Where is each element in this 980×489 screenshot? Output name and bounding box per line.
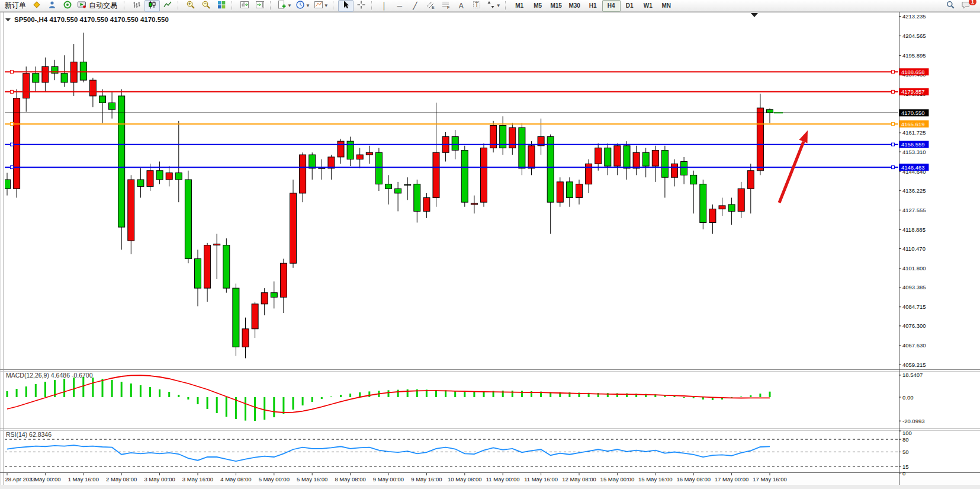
date-tick: 1 May 00:00 <box>30 476 60 482</box>
timeframe-m15-button[interactable]: M15 <box>547 0 565 12</box>
hline-handle[interactable] <box>11 123 14 126</box>
chart-window: 4213.2354204.5654195.8954187.4804178.810… <box>0 12 980 489</box>
price-tick: 4067.630 <box>902 342 926 349</box>
date-tick: 2 May 08:00 <box>106 476 137 482</box>
svg-text:F: F <box>447 5 449 9</box>
toolbar-separator <box>232 1 234 10</box>
period-clock-button[interactable]: ▼ <box>294 0 312 12</box>
price-tick: 4093.385 <box>902 284 926 290</box>
ticks-icon <box>63 0 72 11</box>
autotrading-label: 自动交易 <box>86 1 120 11</box>
price-tag-label: 4170.550 <box>901 110 925 116</box>
price-tick: 4161.725 <box>902 129 926 136</box>
zoom-in-button[interactable] <box>183 0 198 12</box>
template-chart-button[interactable]: ▼ <box>312 0 330 12</box>
hline-handle[interactable] <box>11 143 14 146</box>
hline-handle[interactable] <box>892 90 895 93</box>
candles-chart-button[interactable] <box>144 0 160 12</box>
crosshair-button[interactable] <box>354 0 369 12</box>
timeframe-m30-button[interactable]: M30 <box>565 0 584 12</box>
mql5-community-button[interactable] <box>44 0 60 12</box>
toolbar-separator <box>270 1 273 10</box>
hline-handle[interactable] <box>892 71 895 73</box>
price-tick: 4059.215 <box>902 362 926 368</box>
toolbar-separator <box>333 1 336 10</box>
svg-text:-20.0993: -20.0993 <box>902 418 925 424</box>
trendline-icon[interactable]: ╱ <box>407 0 423 12</box>
price-tick: 4084.715 <box>902 303 926 310</box>
date-tick: 3 May 16:00 <box>182 476 213 482</box>
hline-handle[interactable] <box>11 71 14 73</box>
timeframe-mn-button[interactable]: MN <box>657 0 676 12</box>
price-tick: 4153.310 <box>902 149 926 155</box>
hline-handle[interactable] <box>892 166 895 169</box>
chart-shift-icon <box>240 0 249 11</box>
search-button[interactable] <box>943 0 958 12</box>
hline-handle[interactable] <box>11 166 14 169</box>
yellow-tag-icon <box>32 0 41 11</box>
new-order-button[interactable]: 新订单 <box>2 0 29 12</box>
cursor-icon <box>341 0 351 11</box>
price-tick: 4118.885 <box>902 226 926 233</box>
text-icon[interactable]: A <box>454 0 469 12</box>
date-tick: 5 May 00:00 <box>259 476 290 482</box>
zoom-out-button[interactable] <box>198 0 214 12</box>
equidistant-channel-button[interactable]: E <box>423 0 438 12</box>
price-chart[interactable]: 4213.2354204.5654195.8954187.4804178.810… <box>0 12 980 489</box>
text-label-button[interactable]: T <box>469 0 484 12</box>
crosshair-icon <box>356 0 366 11</box>
zoom-out-icon <box>201 0 211 11</box>
horizontal-line-icon[interactable]: ─ <box>392 0 407 12</box>
toolbar-separator <box>505 1 508 10</box>
search-icon <box>946 0 955 11</box>
date-tick: 17 May 16:00 <box>753 476 787 482</box>
chart-shift-button[interactable] <box>237 0 252 12</box>
date-tick: 11 May 16:00 <box>524 476 558 482</box>
price-tick: 4213.235 <box>902 13 926 20</box>
candles-chart-icon <box>147 0 157 11</box>
price-tick: 4076.300 <box>902 322 926 329</box>
chevron-down-icon: ▼ <box>287 3 292 8</box>
bars-chart-button[interactable] <box>129 0 144 12</box>
cursor-button[interactable] <box>338 0 354 12</box>
hline-handle[interactable] <box>892 123 895 126</box>
timeframe-m5-button[interactable]: M5 <box>529 0 547 12</box>
price-tag-label: 4165.619 <box>901 121 925 127</box>
new-chart-button[interactable]: ▼ <box>275 0 294 12</box>
ticks-button[interactable] <box>60 0 75 12</box>
chat-button[interactable]: 1 <box>958 0 973 12</box>
hline-handle[interactable] <box>11 90 14 93</box>
yellow-tag-button[interactable] <box>29 0 44 12</box>
timeframe-m1-button[interactable]: M1 <box>510 0 529 12</box>
svg-text:T: T <box>475 2 478 8</box>
tile-windows-button[interactable] <box>214 0 229 12</box>
date-tick: 5 May 16:00 <box>297 476 327 482</box>
rsi-label: RSI(14) 62.8346 <box>6 431 52 438</box>
fibonacci-button[interactable]: F <box>438 0 454 12</box>
auto-scroll-icon <box>255 0 265 11</box>
zoom-in-icon <box>186 0 195 11</box>
text-label-icon: T <box>472 0 481 11</box>
mql5-community-icon <box>47 0 57 11</box>
svg-text:15: 15 <box>902 464 909 470</box>
chevron-down-icon: ▼ <box>324 3 329 8</box>
date-tick: 10 May 08:00 <box>448 476 482 482</box>
timeframe-w1-button[interactable]: W1 <box>639 0 657 12</box>
line-chart-button[interactable] <box>160 0 175 12</box>
timeframe-d1-button[interactable]: D1 <box>621 0 639 12</box>
timeframe-h4-button[interactable]: H4 <box>602 0 621 12</box>
autotrading-icon <box>77 0 86 11</box>
price-tick: 4110.470 <box>902 245 926 252</box>
arrows-object-button[interactable]: ▼ <box>484 0 503 12</box>
svg-text:0: 0 <box>902 470 905 477</box>
svg-text:E: E <box>432 5 435 9</box>
autotrading-button[interactable]: 自动交易 <box>75 0 121 12</box>
arrows-object-icon <box>486 0 496 11</box>
auto-scroll-button[interactable] <box>252 0 268 12</box>
equidistant-channel-icon: E <box>426 0 435 11</box>
toolbar-separator <box>124 1 127 10</box>
hline-handle[interactable] <box>892 143 895 146</box>
fibonacci-icon: F <box>441 0 451 11</box>
timeframe-h1-button[interactable]: H1 <box>584 0 602 12</box>
vertical-line-icon[interactable]: │ <box>377 0 392 12</box>
